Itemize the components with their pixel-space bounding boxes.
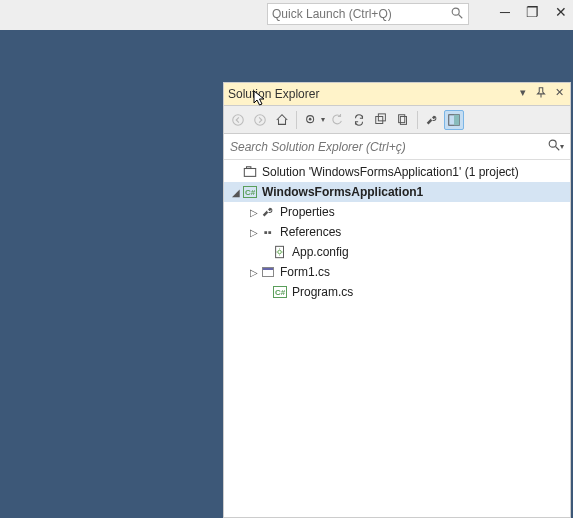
dropdown-icon[interactable]: ▾	[560, 142, 564, 151]
toolbar-separator	[296, 111, 297, 129]
scope-button[interactable]	[301, 110, 321, 130]
quick-launch-input[interactable]	[272, 7, 450, 21]
expand-twisty-icon[interactable]: ▷	[248, 207, 260, 218]
refresh-button[interactable]	[327, 110, 347, 130]
panel-options-icon[interactable]: ▾	[516, 86, 530, 102]
svg-point-12	[549, 140, 556, 147]
search-icon	[450, 6, 464, 23]
panel-close-icon[interactable]: ✕	[552, 86, 566, 102]
csharp-project-icon: C#	[242, 184, 258, 200]
config-file-icon	[272, 244, 288, 260]
show-all-files-button[interactable]	[393, 110, 413, 130]
svg-rect-14	[244, 169, 255, 177]
svg-rect-11	[454, 114, 459, 125]
title-bar: ─ ❐ ✕	[0, 0, 573, 30]
tree-node-solution[interactable]: Solution 'WindowsFormsApplication1' (1 p…	[224, 162, 570, 182]
tree-node-appconfig[interactable]: App.config	[224, 242, 570, 262]
collapse-twisty-icon[interactable]: ◢	[230, 187, 242, 198]
nav-back-button[interactable]	[228, 110, 248, 130]
tree-node-references[interactable]: ▷ ▪▪ References	[224, 222, 570, 242]
solution-explorer-panel: Solution Explorer ▾ ✕ ▾	[223, 82, 571, 518]
svg-line-13	[556, 147, 560, 151]
tree-label: Properties	[280, 205, 335, 219]
properties-button[interactable]	[422, 110, 442, 130]
svg-rect-7	[378, 113, 385, 120]
tree-label: WindowsFormsApplication1	[262, 185, 423, 199]
panel-search-input[interactable]	[230, 140, 547, 154]
tree-label: Program.cs	[292, 285, 353, 299]
minimize-button[interactable]: ─	[500, 4, 510, 20]
search-icon[interactable]	[547, 138, 561, 155]
svg-point-0	[452, 8, 459, 15]
svg-point-3	[255, 114, 266, 125]
wrench-icon	[260, 204, 276, 220]
tree-node-program[interactable]: C# Program.cs	[224, 282, 570, 302]
restore-button[interactable]: ❐	[526, 4, 539, 20]
svg-rect-9	[400, 116, 406, 124]
svg-rect-8	[399, 114, 405, 122]
svg-rect-15	[247, 167, 251, 169]
svg-point-5	[309, 117, 312, 120]
tree-label: Solution 'WindowsFormsApplication1' (1 p…	[262, 165, 519, 179]
expand-twisty-icon[interactable]: ▷	[248, 227, 260, 238]
collapse-all-button[interactable]	[371, 110, 391, 130]
form-file-icon	[260, 264, 276, 280]
quick-launch[interactable]	[267, 3, 469, 25]
solution-tree: Solution 'WindowsFormsApplication1' (1 p…	[224, 160, 570, 304]
svg-point-17	[278, 250, 282, 254]
sync-button[interactable]	[349, 110, 369, 130]
csharp-file-icon: C#	[272, 284, 288, 300]
panel-toolbar: ▾	[224, 106, 570, 134]
solution-icon	[242, 164, 258, 180]
tree-label: App.config	[292, 245, 349, 259]
svg-line-1	[459, 14, 463, 18]
tree-node-project[interactable]: ◢ C# WindowsFormsApplication1	[224, 182, 570, 202]
svg-rect-6	[376, 116, 383, 123]
window-controls: ─ ❐ ✕	[500, 4, 567, 20]
panel-title: Solution Explorer	[228, 87, 516, 101]
tree-label: Form1.cs	[280, 265, 330, 279]
toolbar-separator	[417, 111, 418, 129]
pin-icon[interactable]	[534, 86, 548, 102]
tree-node-form1[interactable]: ▷ Form1.cs	[224, 262, 570, 282]
dropdown-icon[interactable]: ▾	[321, 115, 325, 124]
panel-search[interactable]: ▾	[224, 134, 570, 160]
close-button[interactable]: ✕	[555, 4, 567, 20]
expand-twisty-icon[interactable]: ▷	[248, 267, 260, 278]
svg-point-2	[233, 114, 244, 125]
references-icon: ▪▪	[260, 224, 276, 240]
tree-label: References	[280, 225, 341, 239]
panel-header[interactable]: Solution Explorer ▾ ✕	[224, 83, 570, 106]
tree-node-properties[interactable]: ▷ Properties	[224, 202, 570, 222]
preview-button[interactable]	[444, 110, 464, 130]
nav-forward-button[interactable]	[250, 110, 270, 130]
home-button[interactable]	[272, 110, 292, 130]
